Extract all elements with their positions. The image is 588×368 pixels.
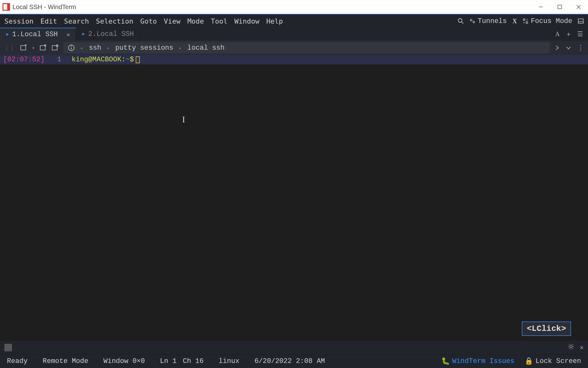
info-icon[interactable]: [68, 44, 75, 51]
font-size-button[interactable]: A: [555, 31, 560, 38]
tunnels-button[interactable]: Tunnels: [470, 17, 507, 25]
pathbar-right: ⋮: [555, 44, 584, 52]
svg-rect-6: [523, 19, 525, 20]
prompt-path: ~: [126, 55, 130, 64]
svg-rect-1: [558, 5, 562, 9]
focus-mode-label: Focus Mode: [531, 17, 572, 25]
breadcrumb-local-ssh[interactable]: local ssh: [187, 44, 225, 52]
svg-rect-7: [526, 22, 528, 23]
close-button[interactable]: [569, 0, 588, 14]
tab-1-local-ssh[interactable]: ➤ 1.Local SSH ✕: [0, 28, 76, 41]
lclick-overlay: <LClick>: [522, 321, 571, 336]
status-ready: Ready: [7, 357, 28, 365]
status-line[interactable]: Ln 1: [160, 357, 177, 365]
menu-selection[interactable]: Selection: [96, 17, 133, 25]
tunnels-label: Tunnels: [478, 17, 507, 25]
panel-icon[interactable]: [578, 18, 584, 24]
statusbar: Ready Remote Mode Window 0×0 Ln 1 Ch 16 …: [0, 354, 588, 368]
app-icon: [3, 3, 10, 11]
menu-session[interactable]: Session: [4, 17, 34, 25]
worm-icon: 🐛: [441, 357, 450, 365]
new-window-icon[interactable]: [20, 44, 27, 51]
lock-icon: 🔒: [525, 357, 533, 365]
chevron-down-icon[interactable]: [566, 45, 571, 50]
grip-icon[interactable]: ⋮⋮: [4, 44, 15, 51]
svg-line-30: [569, 348, 569, 348]
breadcrumb-putty-sessions[interactable]: putty sessions: [115, 44, 173, 52]
menu-help[interactable]: Help: [266, 17, 283, 25]
prompt-sep: :: [121, 55, 125, 64]
svg-point-22: [71, 46, 72, 47]
settings-gear-icon[interactable]: [568, 343, 574, 351]
bottombar-right: ✕: [568, 343, 584, 351]
menu-tool[interactable]: Tool: [211, 17, 227, 25]
svg-rect-12: [21, 46, 26, 50]
next-button[interactable]: [555, 45, 560, 50]
menubar-left: Session Edit Search Selection Goto View …: [0, 17, 283, 25]
window-title: Local SSH - WindTerm: [13, 3, 76, 11]
titlebar: Local SSH - WindTerm: [0, 0, 588, 14]
tabs-right: A ＋ ☰: [555, 28, 588, 41]
breadcrumb-sep-icon: ▸: [80, 45, 83, 51]
svg-point-4: [458, 19, 462, 22]
svg-point-23: [570, 346, 572, 348]
search-icon[interactable]: [458, 18, 464, 24]
timestamp: [02:07:52]: [0, 55, 45, 64]
statusbar-left: Ready Remote Mode Window 0×0 Ln 1 Ch 16 …: [7, 357, 325, 365]
windterm-issues-link[interactable]: 🐛 WindTerm Issues: [441, 357, 514, 365]
svg-line-31: [572, 345, 573, 345]
dropdown-icon[interactable]: ▾: [32, 45, 35, 51]
status-os: linux: [219, 357, 239, 365]
close-window-icon[interactable]: [40, 44, 46, 51]
menu-mode[interactable]: Mode: [187, 17, 204, 25]
add-tab-button[interactable]: ＋: [565, 30, 572, 38]
svg-line-29: [572, 348, 573, 348]
menu-search[interactable]: Search: [64, 17, 89, 25]
statusbar-right: 🐛 WindTerm Issues 🔒 Lock Screen: [441, 357, 581, 365]
status-char[interactable]: Ch 16: [183, 357, 204, 365]
menu-view[interactable]: View: [164, 17, 180, 25]
line-number: 1: [45, 55, 64, 64]
close-panel-icon[interactable]: ✕: [580, 343, 584, 351]
pathbar: ⋮⋮ ▾ ▸ ssh ▸ putty sessions ▸ local ssh …: [0, 41, 588, 55]
app-icon-small[interactable]: [4, 344, 12, 351]
tab-label: 2.Local SSH: [88, 30, 134, 38]
arrow-icon: ➤: [82, 31, 85, 38]
lock-screen-button[interactable]: 🔒 Lock Screen: [525, 357, 581, 365]
bottombar-left: [4, 344, 12, 351]
terminal-line: [02:07:52] 1 king@MACBOOK:~$: [0, 55, 588, 64]
breadcrumb[interactable]: ▸ ssh ▸ putty sessions ▸ local ssh: [63, 42, 550, 53]
minimize-button[interactable]: [531, 0, 550, 14]
maximize-button[interactable]: [550, 0, 569, 14]
tabs: ➤ 1.Local SSH ✕ ➤ 2.Local SSH: [0, 28, 140, 41]
menu-window[interactable]: Window: [234, 17, 259, 25]
arrow-icon: ➤: [6, 31, 9, 38]
close-tab-icon[interactable]: ✕: [67, 31, 70, 38]
svg-line-5: [462, 22, 463, 24]
bottombar: ✕: [0, 340, 588, 354]
tab-menu-button[interactable]: ☰: [577, 30, 583, 38]
breadcrumb-ssh[interactable]: ssh: [89, 44, 101, 52]
breadcrumb-sep-icon: ▸: [179, 45, 182, 51]
text-cursor-icon: I: [182, 115, 185, 124]
menu-edit[interactable]: Edit: [41, 17, 57, 25]
duplicate-window-icon[interactable]: [52, 44, 58, 51]
lock-label: Lock Screen: [536, 357, 581, 365]
terminal[interactable]: [02:07:52] 1 king@MACBOOK:~$ I <LClick>: [0, 55, 588, 340]
svg-line-28: [569, 345, 569, 345]
x-icon[interactable]: X: [513, 18, 517, 25]
status-window-size: Window 0×0: [103, 357, 145, 365]
menubar: Session Edit Search Selection Goto View …: [0, 14, 588, 28]
menubar-right: Tunnels X Focus Mode: [458, 17, 588, 25]
terminal-cursor: [136, 56, 140, 63]
prompt-symbol: $: [130, 55, 134, 64]
svg-rect-10: [578, 19, 583, 23]
focus-mode-button[interactable]: Focus Mode: [523, 17, 572, 25]
tabbar: ➤ 1.Local SSH ✕ ➤ 2.Local SSH A ＋ ☰: [0, 28, 588, 41]
more-icon[interactable]: ⋮: [577, 44, 584, 52]
window-controls: [531, 0, 588, 14]
status-remote-mode[interactable]: Remote Mode: [43, 357, 88, 365]
prompt-user-host: king@MACBOOK: [64, 55, 121, 64]
menu-goto[interactable]: Goto: [140, 17, 157, 25]
tab-2-local-ssh[interactable]: ➤ 2.Local SSH: [76, 28, 140, 41]
